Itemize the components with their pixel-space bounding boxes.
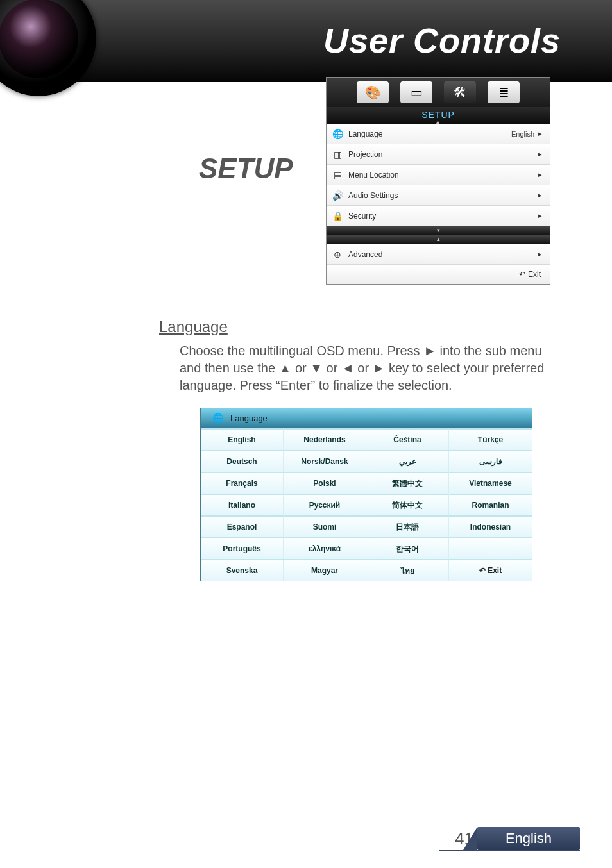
row-label: Audio Settings (348, 191, 538, 200)
palette-icon: 🎨 (365, 85, 381, 100)
language-submenu-title: Language (230, 413, 268, 423)
screen-icon: ▭ (411, 85, 423, 100)
language-option[interactable]: Nederlands (284, 428, 366, 450)
language-option[interactable]: فارسی (449, 450, 532, 472)
header-banner: User Controls (0, 0, 612, 82)
row-advanced[interactable]: ⊕ Advanced ▸ (327, 244, 550, 265)
row-label: Projection (348, 150, 538, 159)
language-option[interactable]: Svenska (201, 559, 284, 581)
language-option[interactable]: Polski (284, 472, 366, 494)
language-submenu: 🌐 Language EnglishNederlandsČeštinaTürkç… (200, 408, 532, 581)
row-label: Menu Location (348, 171, 538, 179)
chevron-right-icon: ▸ (538, 171, 550, 179)
language-option[interactable]: 简体中文 (366, 494, 449, 515)
language-option[interactable]: Español (201, 515, 284, 537)
chevron-right-icon: ▸ (538, 129, 550, 138)
image-tab[interactable]: 🎨 (357, 81, 389, 103)
language-heading: Language (159, 318, 563, 336)
language-option[interactable]: 한국어 (366, 537, 449, 559)
footer-rule (439, 850, 580, 851)
language-option[interactable]: Indonesian (449, 515, 532, 537)
page-title: User Controls (323, 21, 561, 60)
language-option[interactable]: English (201, 428, 284, 450)
lens-image (0, 0, 96, 96)
language-option[interactable]: Vietnamese (449, 472, 532, 494)
language-option (449, 537, 532, 559)
options-tab[interactable]: ≣ (488, 81, 520, 103)
chevron-right-icon: ▸ (538, 250, 550, 258)
row-menu-location[interactable]: ▤ Menu Location ▸ (327, 165, 550, 185)
language-option[interactable]: Русский (284, 494, 366, 515)
row-label: Advanced (348, 250, 538, 259)
language-option[interactable]: ελληνικά (284, 537, 366, 559)
language-option[interactable]: Français (201, 472, 284, 494)
language-submenu-header: 🌐 Language (201, 408, 532, 428)
language-grid: EnglishNederlandsČeštinaTürkçeDeutschNor… (201, 428, 532, 581)
row-label: Security (348, 212, 538, 221)
language-option[interactable]: Italiano (201, 494, 284, 515)
language-option[interactable]: Suomi (284, 515, 366, 537)
language-option[interactable]: ไทย (366, 559, 449, 581)
plus-circle-icon: ⊕ (327, 249, 348, 260)
row-projection[interactable]: ▥ Projection ▸ (327, 144, 550, 165)
display-tab[interactable]: ▭ (400, 81, 432, 103)
list-icon: ≣ (498, 85, 509, 100)
exit-label: Exit (528, 270, 541, 279)
language-option[interactable]: Norsk/Dansk (284, 450, 366, 472)
language-paragraph: Choose the multilingual OSD menu. Press … (159, 342, 563, 394)
projection-icon: ▥ (327, 149, 348, 160)
language-option[interactable]: عربي (366, 450, 449, 472)
body-section: Language Choose the multilingual OSD men… (159, 318, 563, 394)
scroll-down-indicator: ▾ (327, 226, 550, 235)
section-heading: SETUP (199, 153, 293, 185)
language-option[interactable]: Português (201, 537, 284, 559)
chevron-right-icon: ▸ (538, 150, 550, 158)
lock-icon: 🔒 (327, 211, 348, 221)
row-security[interactable]: 🔒 Security ▸ (327, 206, 550, 226)
osd-tabbar: 🎨 ▭ 🛠 ≣ (327, 78, 550, 107)
globe-icon: 🌐 (212, 413, 223, 423)
osd-setup-menu: 🎨 ▭ 🛠 ≣ SETUP 🌐 Language English ▸ ▥ Pro… (326, 77, 550, 285)
language-option[interactable]: Romanian (449, 494, 532, 515)
audio-icon: 🔊 (327, 190, 348, 201)
globe-icon: 🌐 (327, 129, 348, 139)
return-icon: ↶ (519, 270, 525, 279)
chevron-right-icon: ▸ (538, 212, 550, 220)
osd-heading: SETUP (327, 107, 550, 124)
chevron-right-icon: ▸ (538, 191, 550, 199)
setup-tab[interactable]: 🛠 (444, 81, 476, 103)
language-exit-button[interactable]: ↶ Exit (449, 559, 532, 581)
row-value: English (511, 130, 538, 138)
tools-icon: 🛠 (454, 85, 466, 100)
scroll-up-indicator: ▴ (327, 235, 550, 244)
language-option[interactable]: 日本語 (366, 515, 449, 537)
footer-language-tab: English (477, 827, 580, 850)
language-option[interactable]: Magyar (284, 559, 366, 581)
row-label: Language (348, 129, 511, 138)
row-language[interactable]: 🌐 Language English ▸ (327, 124, 550, 144)
exit-row[interactable]: ↶ Exit (327, 265, 550, 284)
language-option[interactable]: Deutsch (201, 450, 284, 472)
language-option[interactable]: Türkçe (449, 428, 532, 450)
location-icon: ▤ (327, 170, 348, 180)
language-option[interactable]: Čeština (366, 428, 449, 450)
page-footer: 41 English (455, 827, 580, 850)
row-audio-settings[interactable]: 🔊 Audio Settings ▸ (327, 185, 550, 206)
language-option[interactable]: 繁體中文 (366, 472, 449, 494)
